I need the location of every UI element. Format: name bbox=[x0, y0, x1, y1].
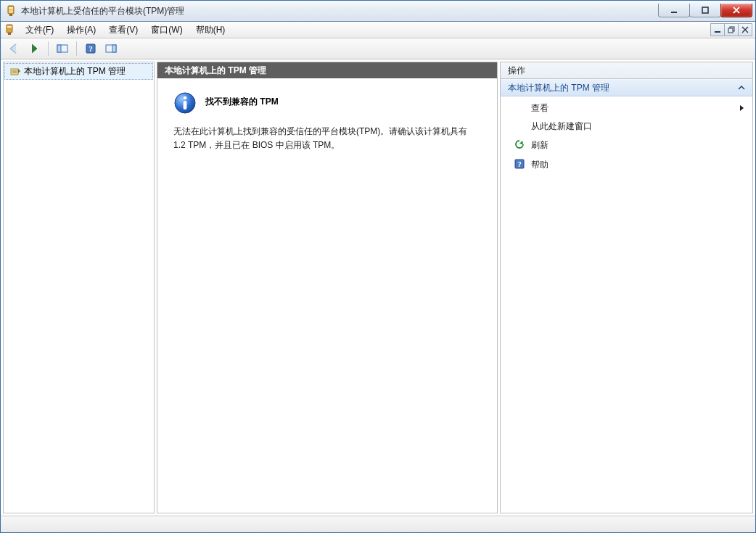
tree-item-label: 本地计算机上的 TPM 管理 bbox=[24, 65, 126, 78]
app-icon bbox=[5, 5, 17, 17]
tpm-icon bbox=[9, 66, 21, 78]
action-refresh-label: 刷新 bbox=[531, 139, 548, 152]
menu-app-icon bbox=[4, 24, 15, 36]
action-help[interactable]: ? 帮助 bbox=[501, 155, 752, 175]
actions-pane: 操作 本地计算机上的 TPM 管理 查看 从此处新建窗口 bbox=[500, 62, 753, 513]
mdi-minimize-button[interactable] bbox=[710, 23, 725, 36]
actions-header-label: 操作 bbox=[508, 65, 525, 77]
show-hide-action-pane-button[interactable] bbox=[102, 40, 120, 57]
forward-button[interactable] bbox=[25, 40, 43, 57]
info-row: 找不到兼容的 TPM bbox=[173, 91, 481, 115]
svg-point-21 bbox=[184, 96, 187, 100]
menu-view[interactable]: 查看(V) bbox=[103, 22, 144, 38]
info-icon bbox=[173, 91, 197, 115]
caption-buttons bbox=[659, 4, 752, 17]
svg-rect-9 bbox=[715, 31, 720, 33]
help-button[interactable]: ? bbox=[82, 40, 99, 57]
info-text: 无法在此计算机上找到兼容的受信任的平台模块(TPM)。请确认该计算机具有 1.2… bbox=[173, 125, 478, 152]
main-header-title: 本地计算机上的 TPM 管理 bbox=[165, 65, 266, 77]
window-frame: 本地计算机上受信任的平台模块(TPM)管理 文件(F) 操作(A) 查看(V) … bbox=[0, 0, 756, 533]
refresh-icon bbox=[514, 139, 525, 152]
action-list: 查看 从此处新建窗口 刷新 bbox=[501, 96, 752, 178]
svg-rect-6 bbox=[7, 25, 12, 33]
content-area: 本地计算机上的 TPM 管理 本地计算机上的 TPM 管理 bbox=[1, 59, 755, 516]
svg-rect-4 bbox=[671, 12, 677, 13]
svg-rect-7 bbox=[7, 26, 12, 28]
svg-rect-11 bbox=[728, 28, 733, 33]
main-header: 本地计算机上的 TPM 管理 bbox=[157, 62, 497, 78]
show-hide-tree-button[interactable] bbox=[54, 40, 71, 57]
main-body: 找不到兼容的 TPM 无法在此计算机上找到兼容的受信任的平台模块(TPM)。请确… bbox=[157, 78, 497, 513]
actions-section-label: 本地计算机上的 TPM 管理 bbox=[508, 82, 609, 94]
minimize-button[interactable] bbox=[658, 4, 690, 17]
menubar: 文件(F) 操作(A) 查看(V) 窗口(W) 帮助(H) bbox=[1, 22, 755, 38]
svg-rect-2 bbox=[9, 9, 13, 13]
tree-item-tpm-root[interactable]: 本地计算机上的 TPM 管理 bbox=[4, 63, 153, 80]
svg-rect-5 bbox=[702, 7, 708, 13]
action-new-window-label: 从此处新建窗口 bbox=[531, 120, 592, 133]
svg-rect-1 bbox=[9, 7, 13, 9]
svg-rect-22 bbox=[184, 101, 187, 110]
titlebar: 本地计算机上受信任的平台模块(TPM)管理 bbox=[1, 1, 755, 22]
window-title: 本地计算机上受信任的平台模块(TPM)管理 bbox=[21, 5, 654, 17]
close-button[interactable] bbox=[720, 4, 752, 17]
mdi-close-button[interactable] bbox=[738, 23, 752, 36]
action-help-label: 帮助 bbox=[531, 159, 548, 171]
mdi-buttons bbox=[711, 23, 752, 36]
back-button[interactable] bbox=[5, 40, 22, 57]
menu-window[interactable]: 窗口(W) bbox=[145, 22, 188, 38]
action-refresh[interactable]: 刷新 bbox=[501, 136, 752, 155]
help-icon: ? bbox=[514, 158, 525, 172]
menu-operation[interactable]: 操作(A) bbox=[61, 22, 102, 38]
tree-pane: 本地计算机上的 TPM 管理 bbox=[3, 62, 155, 513]
menu-file[interactable]: 文件(F) bbox=[20, 22, 59, 38]
svg-text:?: ? bbox=[89, 44, 93, 53]
svg-rect-8 bbox=[8, 33, 11, 35]
toolbar: ? bbox=[1, 38, 755, 59]
main-pane: 本地计算机上的 TPM 管理 bbox=[157, 62, 498, 513]
action-new-window[interactable]: 从此处新建窗口 bbox=[501, 117, 752, 136]
mdi-restore-button[interactable] bbox=[724, 23, 739, 36]
svg-text:?: ? bbox=[517, 160, 522, 168]
statusbar bbox=[1, 516, 755, 532]
toolbar-separator bbox=[48, 41, 49, 56]
submenu-arrow-icon bbox=[739, 104, 745, 114]
actions-section-header[interactable]: 本地计算机上的 TPM 管理 bbox=[501, 79, 752, 96]
svg-rect-17 bbox=[112, 45, 116, 52]
maximize-button[interactable] bbox=[689, 4, 721, 17]
action-view[interactable]: 查看 bbox=[501, 99, 752, 117]
actions-header: 操作 bbox=[501, 62, 752, 79]
svg-rect-19 bbox=[12, 70, 17, 73]
menu-help[interactable]: 帮助(H) bbox=[190, 22, 231, 38]
action-view-label: 查看 bbox=[531, 102, 548, 115]
svg-rect-13 bbox=[57, 45, 61, 52]
toolbar-separator-2 bbox=[76, 41, 77, 56]
info-title: 找不到兼容的 TPM bbox=[205, 96, 279, 108]
collapse-arrow-icon bbox=[738, 84, 745, 94]
svg-rect-3 bbox=[9, 14, 12, 16]
